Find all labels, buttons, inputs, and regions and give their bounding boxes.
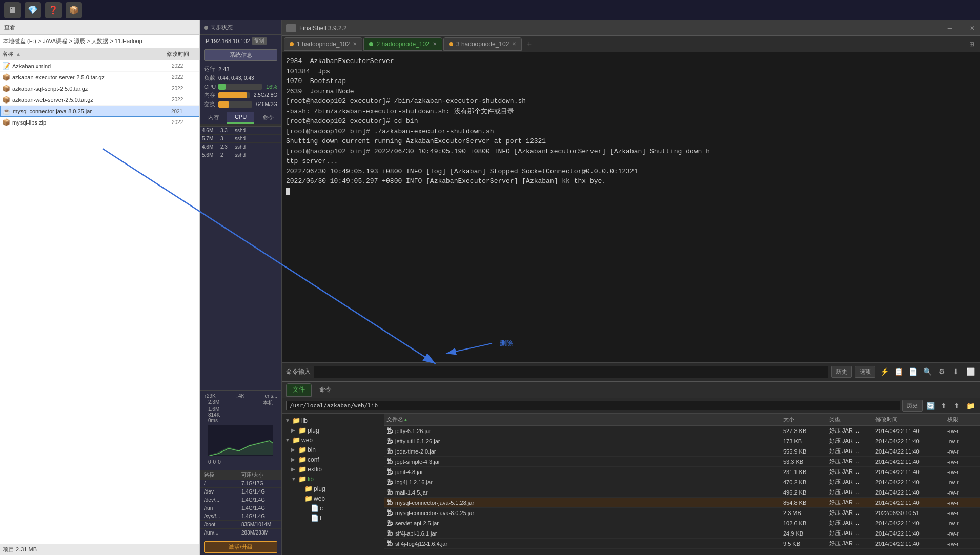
file-table-row[interactable]: 🗜 jetty-6.1.26.jar 527.3 KB 好压 JAR ... 2…	[384, 426, 980, 436]
ftc-size: 2.3 MB	[783, 510, 829, 516]
file-item[interactable]: 📝 Azkaban.xmind 2022	[0, 60, 199, 72]
search-icon[interactable]: 🔍	[922, 366, 933, 377]
tab-files[interactable]: 文件	[286, 383, 312, 397]
lightning-icon[interactable]: ⚡	[879, 366, 890, 377]
tab-label: 1 hadoopnode_102	[297, 40, 350, 48]
tab-close-icon[interactable]: ✕	[353, 41, 357, 47]
tree-item[interactable]: ▼ 📁 web	[282, 435, 384, 445]
disk-row[interactable]: /sys/f... 1.4G/1.4G	[200, 512, 281, 521]
file-table-row[interactable]: 🗜 junit-4.8.jar 231.1 KB 好压 JAR ... 2014…	[384, 467, 980, 477]
tree-item[interactable]: 📄 c	[282, 503, 384, 513]
tree-item[interactable]: ▼ 📁 lib	[282, 416, 384, 425]
options-button[interactable]: 选项	[855, 366, 875, 378]
expand-icon[interactable]: ⬜	[965, 366, 976, 377]
fs-tab-3[interactable]: 3 hadoopnode_102 ✕	[443, 37, 522, 51]
monitor-tab-内存[interactable]: 内存	[200, 112, 227, 124]
settings-icon[interactable]: ⚙	[936, 366, 947, 377]
tree-item[interactable]: ▶ 📁 bin	[282, 445, 384, 455]
tree-item[interactable]: ▼ 📁 lib	[282, 474, 384, 484]
tab-close-icon[interactable]: ✕	[433, 41, 437, 47]
disk-row[interactable]: / 7.1G/17G	[200, 480, 281, 488]
disk-row[interactable]: /run 1.4G/1.4G	[200, 504, 281, 512]
monitor-tab-命令[interactable]: 命令	[254, 112, 281, 124]
new-folder-icon[interactable]: 📁	[965, 400, 976, 412]
finalshell: FinalShell 3.9.2.2 ─ □ ✕ 1 hadoopnode_10…	[282, 20, 980, 555]
process-row[interactable]: 4.6M 3.3 sshd	[200, 127, 281, 135]
file-item[interactable]: ☕ mysql-connector-java-8.0.25.jar 2021	[0, 106, 199, 117]
file-history-button[interactable]: 历史	[902, 400, 923, 412]
tree-item[interactable]: ▶ 📁 plug	[282, 425, 384, 435]
cpu-bar	[218, 84, 226, 90]
tree-arrow-icon: ▶	[291, 466, 297, 472]
cmd-input[interactable]	[314, 366, 828, 378]
process-row[interactable]: 4.6M 2.3 sshd	[200, 143, 281, 151]
file-item[interactable]: 📦 azkaban-executor-server-2.5.0.tar.gz 2…	[0, 72, 199, 83]
explorer-view-btn[interactable]: 查看	[2, 23, 17, 32]
tree-folder-icon: 📁	[298, 446, 307, 454]
file-item-date: 2022	[172, 74, 197, 80]
copy-ip-button[interactable]: 复制	[252, 37, 267, 45]
fs-title: FinalShell 3.9.2.2	[299, 25, 946, 32]
file-table-row[interactable]: 🗜 log4j-1.2.16.jar 470.2 KB 好压 JAR ... 2…	[384, 477, 980, 487]
tree-item[interactable]: ▶ 📁 extlib	[282, 464, 384, 474]
file-item[interactable]: 📦 azkaban-web-server-2.5.0.tar.gz 2022	[0, 94, 199, 106]
net-label: ens...	[265, 393, 277, 399]
terminal-line: Shutting down current running AzkabanExe…	[286, 136, 976, 147]
file-table-row[interactable]: 🗜 mysql-connector-java-5.1.28.jar 854.8 …	[384, 498, 980, 508]
file-table-row[interactable]: 🗜 jetty-util-6.1.26.jar 173 KB 好压 JAR ..…	[384, 436, 980, 446]
tree-item[interactable]: 📁 plug	[282, 484, 384, 494]
file-path-input[interactable]	[286, 401, 900, 410]
fs-tab-1[interactable]: 1 hadoopnode_102 ✕	[284, 37, 362, 51]
grid-view-button[interactable]: ⊞	[966, 38, 978, 50]
maximize-button[interactable]: □	[957, 25, 965, 32]
upload-icon[interactable]: ⬆	[951, 400, 963, 412]
file-table-row[interactable]: 🗜 servlet-api-2.5.jar 102.6 KB 好压 JAR ..…	[384, 518, 980, 528]
tab-close-icon[interactable]: ✕	[512, 41, 516, 47]
process-row[interactable]: 5.6M 2 sshd	[200, 151, 281, 159]
tree-item[interactable]: 📄 f	[282, 513, 384, 523]
minimize-button[interactable]: ─	[946, 25, 953, 32]
taskbar-icon-1[interactable]: 🖥	[4, 2, 21, 18]
copy-icon[interactable]: 📋	[893, 366, 904, 377]
refresh-icon[interactable]: 🔄	[925, 400, 936, 412]
up-dir-icon[interactable]: ⬆	[938, 400, 949, 412]
process-row[interactable]: 5.7M 3 sshd	[200, 135, 281, 143]
close-button[interactable]: ✕	[969, 25, 976, 32]
history-button[interactable]: 历史	[831, 366, 852, 378]
fs-tab-2[interactable]: 2 hadoopnode_102 ✕	[363, 37, 442, 51]
monitor-tab-CPU[interactable]: CPU	[227, 112, 254, 124]
proc-mem: 4.6M	[202, 128, 220, 133]
upgrade-button[interactable]: 激活/升级	[204, 541, 277, 553]
fs-terminal[interactable]: 2984 AzkabanExecutorServer101384 Jps1070…	[282, 52, 980, 362]
file-table-row[interactable]: 🗜 slf4j-api-1.6.1.jar 24.9 KB 好压 JAR ...…	[384, 528, 980, 539]
add-tab-button[interactable]: +	[523, 38, 535, 50]
file-table-row[interactable]: 🗜 jopt-simple-4.3.jar 53.3 KB 好压 JAR ...…	[384, 457, 980, 467]
disk-row[interactable]: /run/... 283M/283M	[200, 529, 281, 537]
taskbar-icon-4[interactable]: 📦	[66, 2, 82, 18]
disk-size: 1.4G/1.4G	[241, 497, 277, 503]
file-table-row[interactable]: 🗜 joda-time-2.0.jar 555.9 KB 好压 JAR ... …	[384, 446, 980, 457]
file-table-row[interactable]: 🗜 slf4j-log4j12-1.6.4.jar 9.5 KB 好压 JAR …	[384, 539, 980, 549]
swap-label: 交换	[204, 100, 216, 108]
file-table-row[interactable]: 🗜 mysql-connector-java-8.0.25.jar 2.3 MB…	[384, 508, 980, 518]
tab-commands[interactable]: 命令	[313, 383, 338, 397]
taskbar-icon-2[interactable]: 💎	[25, 2, 41, 18]
disk-row[interactable]: /boot 835M/1014M	[200, 521, 281, 529]
file-list: 📝 Azkaban.xmind 2022 📦 azkaban-executor-…	[0, 60, 199, 544]
ftc-perm: -rw-r	[947, 520, 978, 526]
disk-row[interactable]: /dev/... 1.4G/1.4G	[200, 496, 281, 504]
file-item[interactable]: 📦 mysql-libs.zip 2022	[0, 117, 199, 128]
ftc-date: 2014/04/22 11:40	[875, 530, 947, 537]
file-table-row[interactable]: 🗜 mail-1.4.5.jar 496.2 KB 好压 JAR ... 201…	[384, 487, 980, 498]
paste-icon[interactable]: 📄	[907, 366, 918, 377]
sysinfo-button[interactable]: 系统信息	[204, 49, 277, 61]
file-item[interactable]: 📦 azkaban-sql-script-2.5.0.tar.gz 2022	[0, 83, 199, 94]
tree-arrow-icon: ▶	[291, 427, 297, 433]
taskbar-icon-3[interactable]: ❓	[45, 2, 62, 18]
download-icon[interactable]: ⬇	[950, 366, 962, 377]
disk-row[interactable]: /dev 1.4G/1.4G	[200, 488, 281, 496]
proc-mem: 5.7M	[202, 136, 220, 141]
tree-item[interactable]: ▶ 📁 conf	[282, 455, 384, 464]
ftc-size: 102.6 KB	[783, 520, 829, 526]
tree-item[interactable]: 📁 web	[282, 494, 384, 503]
